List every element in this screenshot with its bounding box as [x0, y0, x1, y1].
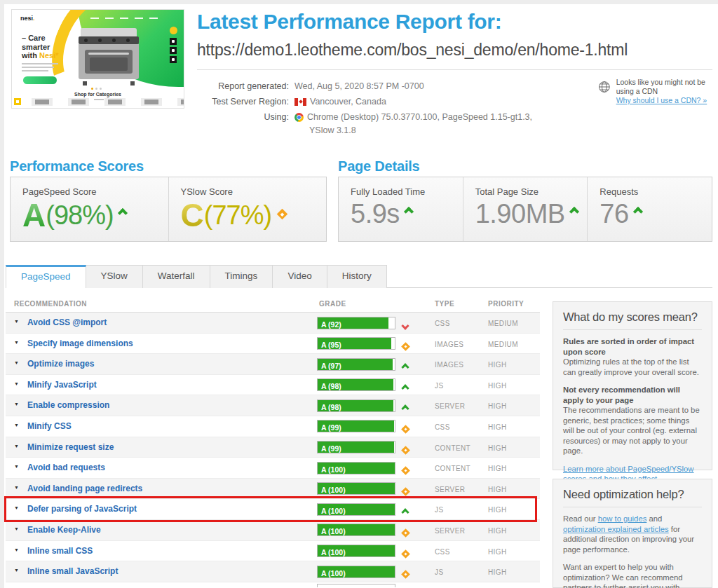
table-row: ▼ Inline small CSS A (100) CSS HIGH: [6, 541, 540, 562]
recommendation-link[interactable]: Defer parsing of JavaScript: [27, 504, 137, 514]
thumbnail-carousel-dots: [91, 88, 102, 90]
chrome-icon: [294, 113, 304, 122]
expand-triangle-icon[interactable]: ▼: [14, 423, 19, 428]
recommendation-link[interactable]: Avoid bad requests: [27, 463, 105, 472]
trend-up-icon: [402, 505, 408, 518]
priority-value: HIGH: [488, 486, 507, 493]
table-header: RECOMMENDATION GRADE TYPE PRIORITY: [6, 294, 540, 313]
page-detail-label: Requests: [600, 186, 712, 197]
scores-mean-p1-text: Optimizing rules at the top of the list …: [563, 357, 699, 376]
expand-triangle-icon[interactable]: ▼: [14, 444, 19, 449]
tab-timings[interactable]: Timings: [210, 265, 273, 288]
yslow-grade-letter: C: [181, 198, 204, 232]
site-thumbnail[interactable]: nesi. – Care smarter with Nesi* Shop for…: [11, 9, 184, 109]
priority-value: HIGH: [488, 361, 507, 369]
recommendation-link[interactable]: Specify image dimensions: [27, 339, 133, 348]
type-value: JS: [435, 568, 443, 576]
grade-label: A (100): [318, 569, 346, 577]
expand-triangle-icon[interactable]: ▼: [14, 485, 19, 490]
trend-neutral-icon: [402, 423, 409, 435]
grade-bar: A (92): [317, 317, 395, 329]
col-grade: GRADE: [319, 300, 346, 308]
grade-bar: A (99): [317, 420, 395, 432]
trend-neutral-icon: [402, 464, 409, 477]
recommendation-link[interactable]: Inline small JavaScript: [27, 566, 118, 576]
performance-scores-heading: Performance Scores: [10, 158, 144, 175]
tab-video[interactable]: Video: [273, 265, 327, 288]
pagespeed-grade-percent: (98%): [46, 200, 113, 231]
expand-triangle-icon[interactable]: ▼: [14, 547, 19, 552]
cdn-link[interactable]: Why should I use a CDN? »: [616, 96, 707, 104]
priority-value: HIGH: [488, 568, 507, 576]
recommendation-link[interactable]: Avoid CSS @import: [27, 317, 107, 327]
optimization-articles-link[interactable]: optimization explained articles: [563, 525, 669, 533]
tab-pagespeed[interactable]: PageSpeed: [6, 265, 86, 288]
tab-yslow[interactable]: YSlow: [86, 265, 143, 288]
recommendation-link[interactable]: Minimize request size: [27, 442, 114, 452]
thumbnail-badge-circle: [170, 27, 177, 34]
table-row: ▼ Optimize images A (97) IMAGES HIGH: [6, 354, 540, 375]
thumbnail-logo: nesi.: [20, 15, 35, 22]
recommendation-link[interactable]: Avoid landing page redirects: [27, 484, 142, 493]
scores-mean-p2-text: The recommendations are meant to be gene…: [563, 406, 700, 455]
expand-triangle-icon[interactable]: ▼: [14, 340, 19, 345]
help-p1-mid: and: [646, 514, 662, 523]
cdn-notice: Looks like you might not be using a CDN …: [597, 78, 717, 105]
pagespeed-score-label: PageSpeed Score: [22, 186, 168, 197]
recommendation-link[interactable]: Inline small CSS: [27, 546, 93, 556]
using-label: Using:: [197, 109, 289, 125]
grade-label: A (92): [318, 320, 341, 329]
expand-triangle-icon[interactable]: ▼: [14, 319, 19, 324]
grade-label: A (98): [318, 382, 341, 390]
trend-up-icon: [402, 381, 408, 394]
col-type: TYPE: [435, 300, 454, 308]
tab-history[interactable]: History: [327, 265, 387, 288]
recommendation-link[interactable]: Minify JavaScript: [27, 380, 97, 390]
thumbnail-shop-label: Shop for Categories: [12, 92, 184, 97]
expand-triangle-icon[interactable]: ▼: [14, 568, 19, 573]
report-url: https://demo1.leotheme.com/bos_nesi_demo…: [197, 41, 628, 60]
viewport-edge-top: [0, 0, 718, 4]
expand-triangle-icon[interactable]: ▼: [14, 526, 19, 531]
priority-value: HIGH: [488, 402, 507, 410]
stove-image: [79, 28, 139, 86]
expand-triangle-icon[interactable]: ▼: [14, 464, 19, 469]
grade-bar: A (100): [317, 545, 395, 557]
viewport-edge-left: [0, 0, 4, 588]
optimization-help-title: Need optimization help?: [563, 488, 702, 507]
trend-up-icon: [402, 360, 408, 373]
trend-up-icon: [118, 208, 128, 218]
recommendation-link[interactable]: Enable Keep-Alive: [27, 525, 101, 535]
tab-waterfall[interactable]: Waterfall: [143, 265, 210, 288]
page-detail-cell: Total Page Size 1.90MB: [463, 177, 588, 241]
expand-triangle-icon[interactable]: ▼: [14, 402, 19, 406]
grade-label: A (100): [318, 486, 346, 494]
priority-value: HIGH: [488, 548, 507, 556]
table-row: ▼ Avoid bad requests A (100) CONTENT HIG…: [6, 458, 540, 479]
test-server-region-label: Test Server Region:: [197, 94, 289, 109]
report-generated-value: Wed, Aug 5, 2020 8:57 PM -0700: [294, 78, 424, 94]
expand-triangle-icon[interactable]: ▼: [14, 360, 19, 365]
priority-value: HIGH: [488, 444, 507, 452]
priority-value: MEDIUM: [488, 320, 518, 327]
table-row: ▼ Inline small JavaScript A (100) JS HIG…: [6, 561, 540, 582]
grade-bar: A (99): [317, 441, 395, 453]
grade-bar: A (100): [317, 566, 395, 578]
type-value: CONTENT: [435, 465, 470, 472]
recommendation-link[interactable]: Enable compression: [27, 400, 109, 410]
trend-up-icon: [633, 207, 643, 217]
table-row: ▼ Enable Keep-Alive A (100) SERVER HIGH: [6, 520, 540, 541]
page-title: Latest Performance Report for:: [197, 10, 501, 34]
how-to-guides-link[interactable]: how to guides: [598, 514, 647, 523]
recommendation-link[interactable]: Minify CSS: [27, 421, 72, 431]
priority-value: HIGH: [488, 527, 507, 535]
thumbnail-nav-menu: [90, 18, 158, 19]
type-value: CONTENT: [435, 444, 470, 452]
grade-bar: A (100): [317, 482, 395, 495]
type-value: SERVER: [435, 486, 465, 493]
expand-triangle-icon[interactable]: ▼: [14, 505, 19, 510]
expand-triangle-icon[interactable]: ▼: [14, 381, 19, 386]
trend-up-icon: [402, 402, 408, 414]
optimization-help-box: Need optimization help? Read our how to …: [553, 479, 712, 588]
recommendation-link[interactable]: Optimize images: [27, 359, 94, 369]
